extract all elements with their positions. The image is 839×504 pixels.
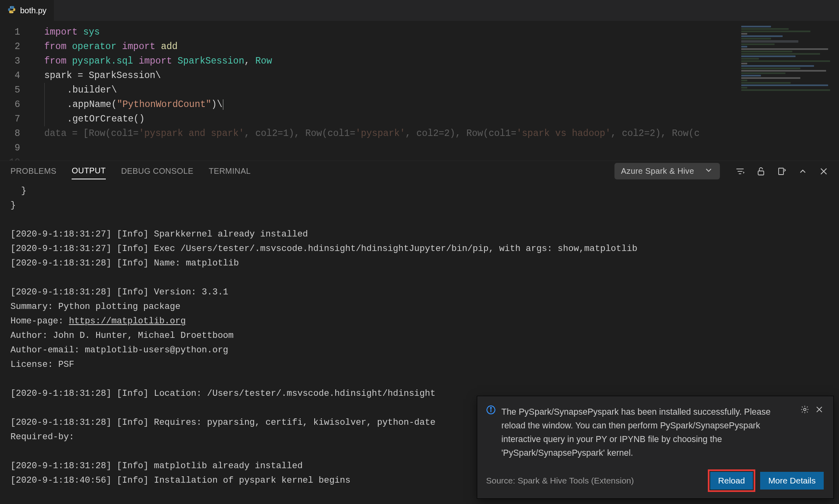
output-link[interactable]: https://matplotlib.org <box>69 316 186 326</box>
line-number: 4 <box>0 68 28 83</box>
code-line: .appName("PythonWordCount")\ <box>44 97 734 112</box>
output-line: [2020-9-1:18:31:28] [Info] Version: 3.3.… <box>10 285 829 300</box>
line-number: 8 <box>0 126 28 141</box>
svg-point-0 <box>10 6 11 7</box>
svg-point-1 <box>13 12 14 12</box>
code-line: from operator import add <box>44 39 734 54</box>
code-line: spark = SparkSession\ <box>44 68 734 83</box>
line-number: 3 <box>0 54 28 68</box>
panel-tab-output[interactable]: OUTPUT <box>72 163 106 179</box>
line-number: 7 <box>0 112 28 126</box>
minimap[interactable] <box>738 25 837 101</box>
editor-tabbar: both.py <box>0 0 839 21</box>
more-details-button[interactable]: More Details <box>760 472 824 490</box>
output-line <box>10 372 829 387</box>
chevron-down-icon <box>704 165 713 177</box>
output-line: [2020-9-1:18:31:27] [Info] Exec /Users/t… <box>10 242 829 256</box>
code-editor[interactable]: 12345678910 import sysfrom operator impo… <box>0 21 839 160</box>
svg-point-12 <box>804 408 806 411</box>
output-line <box>10 271 829 285</box>
code-line: from pyspark.sql import SparkSession, Ro… <box>44 54 734 68</box>
panel-header: PROBLEMS OUTPUT DEBUG CONSOLE TERMINAL A… <box>0 160 839 181</box>
close-panel-icon[interactable] <box>819 167 829 176</box>
code-content: import sysfrom operator import addfrom p… <box>44 25 734 141</box>
line-number: 5 <box>0 83 28 97</box>
output-line: [2020-9-1:18:31:28] [Info] Name: matplot… <box>10 256 829 271</box>
editor-tab-bothpy[interactable]: both.py <box>0 0 54 21</box>
output-line: Author: John D. Hunter, Michael Droettbo… <box>10 329 829 343</box>
output-line: Summary: Python plotting package <box>10 300 829 314</box>
notification-toast: The PySpark/SynapsePyspark has been inst… <box>477 396 833 498</box>
output-channel-dropdown[interactable]: Azure Spark & Hive <box>614 163 720 179</box>
panel-tab-problems[interactable]: PROBLEMS <box>10 163 56 179</box>
notification-source: Source: Spark & Hive Tools (Extension) <box>486 476 703 485</box>
line-number: 10 <box>0 155 28 160</box>
reload-button[interactable]: Reload <box>710 472 753 490</box>
gear-icon[interactable] <box>800 405 809 416</box>
output-channel-label: Azure Spark & Hive <box>621 167 694 176</box>
line-number: 6 <box>0 97 28 112</box>
panel-actions <box>735 167 829 176</box>
code-line: data = [Row(col1='pyspark and spark', co… <box>44 126 734 141</box>
output-line: } <box>10 184 829 198</box>
output-line: } <box>10 198 829 213</box>
close-icon[interactable] <box>815 405 824 416</box>
output-line: Home-page: https://matplotlib.org <box>10 314 829 329</box>
output-line: License: PSF <box>10 358 829 372</box>
output-line: Author-email: matplotlib-users@python.or… <box>10 343 829 358</box>
filter-icon[interactable] <box>735 167 745 176</box>
line-number: 2 <box>0 39 28 54</box>
chevron-up-icon[interactable] <box>798 167 808 176</box>
code-line: import sys <box>44 25 734 39</box>
line-number-gutter: 12345678910 <box>0 25 28 160</box>
python-file-icon <box>7 5 16 16</box>
lock-open-icon[interactable] <box>756 167 766 176</box>
panel-tab-terminal[interactable]: TERMINAL <box>209 163 251 179</box>
svg-point-11 <box>491 407 491 408</box>
clear-output-icon[interactable] <box>777 167 787 176</box>
svg-rect-6 <box>779 168 783 175</box>
output-line: [2020-9-1:18:31:27] [Info] Sparkkernel a… <box>10 227 829 242</box>
info-icon <box>486 405 496 417</box>
line-number: 9 <box>0 141 28 155</box>
notification-message: The PySpark/SynapsePyspark has been inst… <box>501 405 795 460</box>
app-root: both.py 12345678910 import sysfrom opera… <box>0 0 839 504</box>
panel-tab-debug-console[interactable]: DEBUG CONSOLE <box>121 163 194 179</box>
line-number: 1 <box>0 25 28 39</box>
svg-rect-5 <box>758 171 764 175</box>
editor-tab-label: both.py <box>20 6 47 15</box>
output-line <box>10 213 829 227</box>
code-line: .builder\ <box>44 83 734 97</box>
code-line: .getOrCreate() <box>44 112 734 126</box>
